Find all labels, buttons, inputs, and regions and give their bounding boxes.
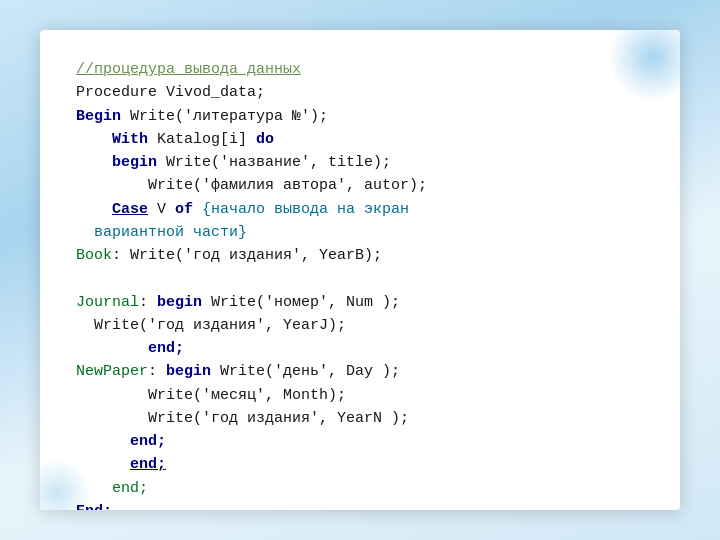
code-line-13: end; <box>76 337 644 360</box>
code-text: Write('номер', Num ); <box>202 294 400 311</box>
code-text: : <box>139 294 157 311</box>
keyword-with: With <box>112 131 148 148</box>
code-line-20: End; <box>76 500 644 510</box>
code-line-3: Begin Write('литература №'); <box>76 105 644 128</box>
code-text: V <box>148 201 175 218</box>
code-line-12: Write('год издания', YearJ); <box>76 314 644 337</box>
code-line-17: end; <box>76 430 644 453</box>
keyword-end-final: End; <box>76 503 112 510</box>
keyword-begin3: begin <box>157 294 202 311</box>
code-text: : Write('год издания', YearB); <box>112 247 382 264</box>
keyword-do: do <box>256 131 274 148</box>
code-line-2: Procedure Vivod_data; <box>76 81 644 104</box>
code-text <box>76 154 112 171</box>
code-line-1: //процедура вывода данных <box>76 58 644 81</box>
keyword-end1: end; <box>148 340 184 357</box>
keyword-begin4: begin <box>166 363 211 380</box>
code-text: Write('фамилия автора', autor); <box>76 177 427 194</box>
code-text <box>76 201 112 218</box>
comment-inline: {начало вывода на экран <box>193 201 409 218</box>
code-text <box>76 340 148 357</box>
code-block: //процедура вывода данных Procedure Vivo… <box>76 58 644 510</box>
keyword-of: of <box>175 201 193 218</box>
code-line-19: end; <box>76 477 644 500</box>
code-line-11: Journal: begin Write('номер', Num ); <box>76 291 644 314</box>
code-line-7: Case V of {начало вывода на экран <box>76 198 644 221</box>
code-line-4: With Katalog[i] do <box>76 128 644 151</box>
code-line-18: end; <box>76 453 644 476</box>
code-text: Write('литература №'); <box>121 108 328 125</box>
label-newpaper: NewPaper <box>76 363 148 380</box>
code-line-9: Book: Write('год издания', YearB); <box>76 244 644 267</box>
label-journal: Journal <box>76 294 139 311</box>
code-empty <box>76 270 85 287</box>
code-line-16: Write('год издания', YearN ); <box>76 407 644 430</box>
code-text: Write('год издания', YearN ); <box>76 410 409 427</box>
code-text: Write('день', Day ); <box>211 363 400 380</box>
code-line-5: begin Write('название', title); <box>76 151 644 174</box>
code-text: Write('месяц', Month); <box>76 387 346 404</box>
comment-variant: вариантной части} <box>76 224 247 241</box>
keyword-end2: end; <box>130 433 166 450</box>
code-text: : <box>148 363 166 380</box>
code-text: Procedure Vivod_data; <box>76 84 265 101</box>
code-text <box>76 433 130 450</box>
code-line-14: NewPaper: begin Write('день', Day ); <box>76 360 644 383</box>
keyword-end3: end; <box>130 456 166 473</box>
code-line-10 <box>76 267 644 290</box>
keyword-end4: end; <box>112 480 148 497</box>
code-text: Katalog[i] <box>148 131 256 148</box>
keyword-case: Case <box>112 201 148 218</box>
code-text: Write('год издания', YearJ); <box>76 317 346 334</box>
code-line-15: Write('месяц', Month); <box>76 384 644 407</box>
slide-container: //процедура вывода данных Procedure Vivo… <box>40 30 680 510</box>
code-text: Write('название', title); <box>157 154 391 171</box>
keyword-begin: Begin <box>76 108 121 125</box>
code-text <box>76 131 112 148</box>
code-line-8: вариантной части} <box>76 221 644 244</box>
code-line-6: Write('фамилия автора', autor); <box>76 174 644 197</box>
comment-text: //процедура вывода данных <box>76 61 301 78</box>
label-book: Book <box>76 247 112 264</box>
code-text <box>76 456 130 473</box>
keyword-begin2: begin <box>112 154 157 171</box>
code-text <box>76 480 112 497</box>
